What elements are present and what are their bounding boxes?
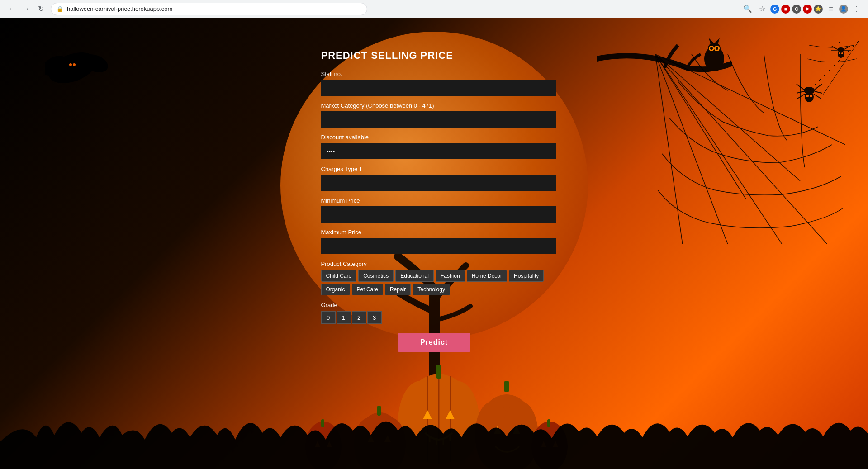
category-btn-hospitality[interactable]: Hospitality <box>509 270 544 282</box>
ext-yt-icon[interactable]: ▶ <box>803 5 812 14</box>
reload-button[interactable]: ↻ <box>34 3 47 15</box>
category-btn-child-care[interactable]: Child Care <box>321 270 357 282</box>
max-price-input[interactable] <box>321 238 556 254</box>
market-category-group: Market Category (Choose between 0 - 471) <box>321 102 547 128</box>
stall-no-label: Stall no. <box>321 71 547 77</box>
halloween-background: PREDICT SELLING PRICE Stall no. Market C… <box>0 18 868 469</box>
min-price-input[interactable] <box>321 206 556 223</box>
grade-section: Grade 0123 <box>321 302 547 324</box>
grade-btn-1[interactable]: 1 <box>337 311 351 324</box>
discount-group: Discount available ---- <box>321 134 547 159</box>
url-text: halloween-carnival-price.herokuapp.com <box>67 5 172 12</box>
grade-btn-3[interactable]: 3 <box>367 311 382 324</box>
category-btn-fashion[interactable]: Fashion <box>436 270 465 282</box>
category-btn-cosmetics[interactable]: Cosmetics <box>358 270 394 282</box>
grade-buttons-container: 0123 <box>321 311 547 324</box>
stall-no-input[interactable] <box>321 80 556 96</box>
star-icon[interactable]: ☆ <box>756 3 768 15</box>
grade-btn-2[interactable]: 2 <box>352 311 366 324</box>
lock-icon: 🔒 <box>57 6 63 12</box>
avatar-icon[interactable]: 👤 <box>839 5 848 14</box>
address-bar[interactable]: 🔒 halloween-carnival-price.herokuapp.com <box>51 3 367 15</box>
category-btn-organic[interactable]: Organic <box>321 284 350 295</box>
browser-chrome: ← → ↻ 🔒 halloween-carnival-price.herokua… <box>0 0 868 18</box>
category-btn-educational[interactable]: Educational <box>395 270 434 282</box>
ext-red-icon[interactable]: ■ <box>781 5 790 14</box>
product-category-section: Product Category Child CareCosmeticsEduc… <box>321 261 547 295</box>
predict-button[interactable]: Predict <box>398 333 470 352</box>
grade-btn-0[interactable]: 0 <box>321 311 336 324</box>
discount-display[interactable]: ---- <box>321 143 556 159</box>
search-icon[interactable]: 🔍 <box>741 3 754 15</box>
charges-type-input[interactable] <box>321 175 556 191</box>
grade-label: Grade <box>321 302 547 308</box>
category-btn-repair[interactable]: Repair <box>385 284 411 295</box>
form-area: PREDICT SELLING PRICE Stall no. Market C… <box>0 18 868 469</box>
market-category-input[interactable] <box>321 111 556 128</box>
market-category-label: Market Category (Choose between 0 - 471) <box>321 102 547 109</box>
ext-c-icon[interactable]: C <box>792 5 801 14</box>
discount-label: Discount available <box>321 134 547 141</box>
category-btn-home-decor[interactable]: Home Decor <box>467 270 507 282</box>
stall-no-group: Stall no. <box>321 71 547 96</box>
product-category-label: Product Category <box>321 261 547 267</box>
min-price-group: Minimum Price <box>321 197 547 223</box>
forward-button[interactable]: → <box>20 3 33 15</box>
ext-star2-icon[interactable]: ⭐ <box>814 5 823 14</box>
charges-type-group: Charges Type 1 <box>321 166 547 191</box>
min-price-label: Minimum Price <box>321 197 547 204</box>
more-icon[interactable]: ⋮ <box>850 3 863 15</box>
menu-icon[interactable]: ≡ <box>825 3 837 15</box>
browser-actions: 🔍 ☆ G ■ C ▶ ⭐ ≡ 👤 ⋮ <box>741 3 863 15</box>
max-price-group: Maximum Price <box>321 229 547 254</box>
nav-buttons: ← → ↻ <box>5 3 47 15</box>
back-button[interactable]: ← <box>5 3 18 15</box>
max-price-label: Maximum Price <box>321 229 547 236</box>
category-btn-pet-care[interactable]: Pet Care <box>352 284 383 295</box>
ext-g-icon[interactable]: G <box>770 5 779 14</box>
category-buttons-container: Child CareCosmeticsEducationalFashionHom… <box>321 270 547 295</box>
page-title: PREDICT SELLING PRICE <box>321 50 547 62</box>
form-container: PREDICT SELLING PRICE Stall no. Market C… <box>312 41 556 361</box>
category-btn-technology[interactable]: Technology <box>413 284 450 295</box>
charges-type-label: Charges Type 1 <box>321 166 547 172</box>
